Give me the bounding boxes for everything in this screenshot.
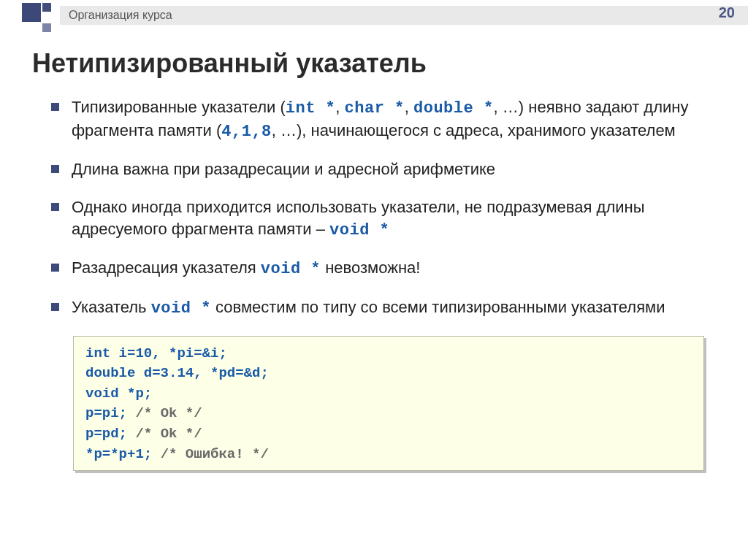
text: Разадресация указателя (72, 258, 261, 277)
bullet-item: Указатель void * совместим по типу со вс… (51, 296, 711, 320)
code-line: int i=10, *pi=&i; (85, 345, 227, 361)
code-inline: void * (151, 299, 211, 318)
code-line: p=pd; (85, 426, 135, 442)
text: Указатель (72, 298, 151, 316)
code-line: void *p; (85, 386, 152, 402)
code-line: double d=3.14, *pd=&d; (85, 365, 269, 381)
bullet-item: Типизированные указатели (int *, char *,… (51, 96, 711, 142)
bullet-item: Длина важна при разадресации и адресной … (51, 158, 711, 180)
code-comment: /* Ok */ (135, 405, 202, 421)
code-inline: char * (345, 99, 405, 118)
code-inline: void * (261, 260, 321, 278)
text: , (405, 98, 413, 116)
text: совместим по типу со всеми типизированны… (211, 298, 665, 316)
breadcrumb: Организация курса (60, 6, 748, 25)
code-line: p=pi; (85, 405, 135, 421)
code-inline: 4,1,8 (221, 123, 272, 141)
page-number: 20 (719, 4, 735, 21)
bullet-list: Типизированные указатели (int *, char *,… (51, 96, 711, 320)
bullet-item: Разадресация указателя void * невозможна… (51, 257, 711, 280)
code-inline: double * (413, 99, 494, 118)
text: Типизированные указатели ( (72, 98, 286, 116)
text: , …), начинающегося с адреса, хранимого … (272, 121, 676, 139)
code-comment: /* Ok */ (135, 426, 202, 442)
square-icon (42, 3, 51, 12)
bullet-item: Однако иногда приходится использовать ук… (51, 196, 711, 241)
square-icon (22, 3, 41, 22)
code-inline: int * (286, 99, 336, 118)
text: Длина важна при разадресации и адресной … (72, 160, 495, 178)
breadcrumb-text: Организация курса (69, 9, 172, 22)
text: невозможна! (321, 258, 420, 277)
text: , (335, 98, 344, 116)
code-block: int i=10, *pi=&i; double d=3.14, *pd=&d;… (73, 336, 704, 471)
code-line: *p=*p+1; (85, 446, 161, 462)
header-logo-squares (22, 3, 51, 32)
code-inline: void * (329, 221, 389, 239)
code-comment: /* Ошибка! */ (161, 446, 269, 462)
square-icon (42, 23, 51, 32)
header: Организация курса 20 (0, 0, 748, 28)
slide-title: Нетипизированный указатель (32, 48, 748, 79)
slide: Организация курса 20 Нетипизированный ук… (0, 0, 748, 560)
